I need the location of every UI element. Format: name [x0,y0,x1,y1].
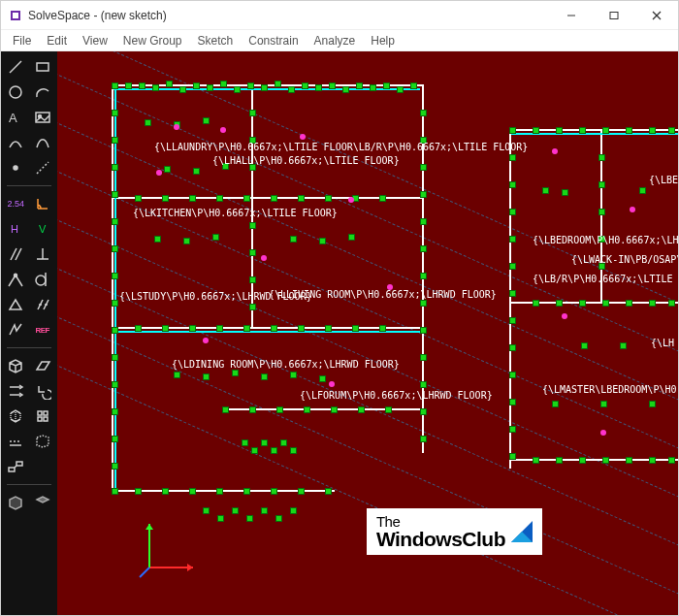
svg-line-6 [10,61,21,73]
toolbar: A 2.54 H V [1,51,57,615]
svg-point-22 [15,275,17,277]
dxf-line [509,129,511,469]
rectangle-tool[interactable] [31,55,54,79]
tangent-constraint[interactable] [31,268,54,291]
svg-marker-43 [146,524,153,530]
maximize-button[interactable] [593,1,635,29]
menu-sketch[interactable]: Sketch [190,32,242,49]
watermark-line2: WindowsClub [376,529,505,549]
menu-view[interactable]: View [75,32,115,49]
svg-point-12 [14,166,17,170]
show-exploded-tool[interactable] [4,455,27,478]
horizontal-constraint[interactable]: H [4,217,27,241]
orient-constraint[interactable] [4,318,27,341]
svg-rect-31 [38,411,42,415]
cad-text-label: {\LKITCHEN\P\H0.6667x;\LTILE FLOOR} [133,209,338,218]
text-tool[interactable]: A [4,106,27,129]
perpendicular-constraint[interactable] [31,243,54,266]
nearest-iso-tool[interactable] [4,405,27,428]
dxf-arch-line [114,87,116,493]
svg-rect-34 [44,417,48,421]
sketch-in-3d-tool[interactable] [4,354,27,377]
close-button[interactable] [635,1,678,29]
coincident-constraint[interactable] [4,268,27,291]
window-title: SolveSpace - (new sketch) [28,9,550,22]
svg-rect-37 [9,468,15,471]
svg-line-13 [37,162,48,174]
watermark: The WindowsClub [367,508,542,555]
app-window: SolveSpace - (new sketch) File Edit View… [0,0,679,616]
dxf-line [112,327,422,329]
construction-tool[interactable] [31,156,54,179]
menu-help[interactable]: Help [363,32,403,49]
arc-tool[interactable] [31,81,54,104]
line-tool[interactable] [4,55,27,79]
cad-text-label: {\LWACK-IN\PB/OSAP\H0...} [571,255,678,265]
cad-text-label: {\LLAUNDRY\P\H0.6667x;\LTILE FLOOR\LB/R\… [154,143,528,152]
show-faces-tool[interactable] [31,491,54,514]
app-icon [9,9,22,22]
menu-file[interactable]: File [5,32,39,49]
menu-new-group[interactable]: New Group [115,32,190,49]
circle-tool[interactable] [4,81,27,104]
workarea: A 2.54 H V [1,51,678,615]
vertical-constraint[interactable]: V [31,217,54,241]
watermark-line1: The [376,514,505,529]
svg-text:H: H [11,223,18,235]
svg-rect-3 [610,12,618,18]
cad-text-label: {\LBEDROOM\P\H0.6667x;\LHRWD FLOOR} [533,236,678,245]
blank-tool-slot [31,455,54,478]
nearest-ortho-tool[interactable] [31,405,54,428]
toolbar-separator [7,185,51,186]
point-tool[interactable] [4,156,27,179]
image-tool[interactable] [31,106,54,129]
svg-text:V: V [39,223,47,235]
step-translate-tool[interactable] [4,379,27,403]
dxf-line [112,84,113,492]
dxf-arch-line [113,331,420,333]
menu-constrain[interactable]: Constrain [241,32,306,49]
workplane-tool[interactable] [31,354,54,377]
angle-constraint[interactable] [31,192,54,215]
cad-text-label: {\LDINING ROOM\P\H0.6667x;\LHRWD FLOOR} [172,360,400,370]
show-shaded-tool[interactable] [4,491,27,514]
svg-rect-1 [13,13,18,18]
svg-marker-41 [187,564,193,571]
svg-point-8 [10,86,21,98]
svg-point-23 [36,276,46,285]
tangent-arc-tool[interactable] [4,131,27,154]
svg-rect-7 [37,63,48,71]
show-hidden-tool[interactable] [4,430,27,453]
svg-rect-33 [38,417,42,421]
cad-text-label: {\LH [651,339,674,348]
menubar: File Edit View New Group Sketch Constrai… [1,30,678,51]
show-edges-tool[interactable] [31,430,54,453]
titlebar: SolveSpace - (new sketch) [1,1,678,30]
svg-rect-32 [44,411,48,415]
menu-edit[interactable]: Edit [39,32,75,49]
svg-rect-38 [16,462,22,466]
cad-text-label: {\LHALL\P\H0.6667x;\LTILE FLOOR} [212,156,400,166]
toolbar-separator [7,347,51,348]
minimize-button[interactable] [550,1,593,29]
reference-constraint[interactable]: REF [31,318,54,341]
cad-text-label: {\LFORUM\P\H0.6667x;\LHRWD FLOOR} [300,391,493,401]
toolbar-separator [7,484,51,485]
equal-constraint[interactable] [31,293,54,316]
symmetric-constraint[interactable] [4,293,27,316]
svg-line-39 [15,466,16,468]
origin-axes [135,514,203,586]
bezier-tool[interactable] [31,131,54,154]
cad-text-label: {\LB/R\P\H0.6667x;\LTILE FLOOR} [533,275,678,284]
distance-constraint[interactable]: 2.54 [4,192,27,215]
watermark-accent-icon [511,521,533,542]
parallel-constraint[interactable] [4,243,27,266]
svg-text:A: A [9,111,17,125]
svg-line-44 [140,567,149,577]
viewport[interactable]: {\LLAUNDRY\P\H0.6667x;\LTILE FLOOR\LB/R\… [57,51,678,615]
window-controls [550,1,678,29]
cad-text-label: {\LLIVING ROOM\P\H0.6667x;\LHRWD FLOOR} [269,290,497,300]
menu-analyze[interactable]: Analyze [307,32,364,49]
step-rotate-tool[interactable] [31,379,54,403]
cad-text-label: {\LMASTER\LBEDROOM\P\H0.66 [542,385,678,395]
